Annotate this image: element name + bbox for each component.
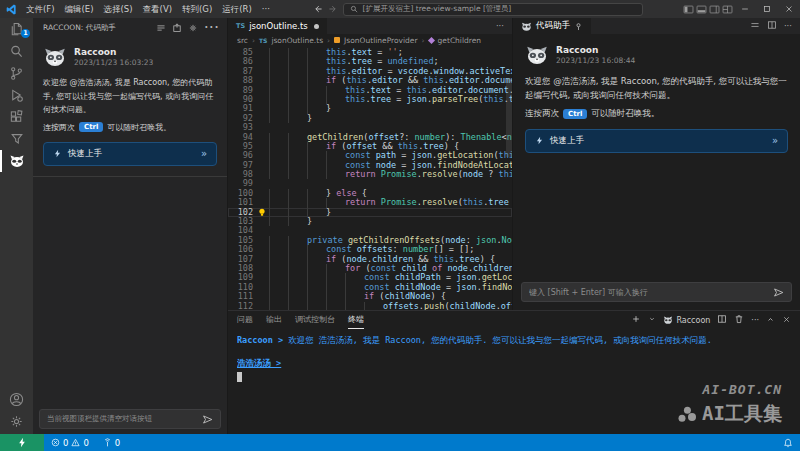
breadcrumb[interactable]: src›TSjsonOutline.ts›JsonOutlineProvider… [228,34,512,46]
activity-explorer[interactable]: 1 [0,18,33,40]
panel-tab-问题[interactable]: 问题 [237,311,253,329]
notifications-bell[interactable] [776,434,800,451]
activity-tree-view[interactable] [0,128,33,150]
kill-terminal-icon[interactable] [734,314,744,326]
new-terminal-icon[interactable] [631,314,641,326]
command-center-search[interactable]: [扩展开发宿主] tree-view-sample [管理员] [343,3,643,16]
code-line[interactable]: 106const offsets: number[] = []; [228,245,512,254]
code-line[interactable]: 97const node = json.findNodeAtLocation(t… [228,161,512,170]
terminal-instance-label[interactable]: Raccoon [663,315,710,325]
code-line[interactable]: 88if (this.editor && this.editor.documen… [228,76,512,85]
menu-item[interactable]: ··· [257,0,275,18]
lightbulb-icon[interactable] [258,208,266,217]
code-line[interactable]: 111if (childNode) { [228,292,512,301]
code-line[interactable]: 107if (node.children && this.tree) { [228,255,512,264]
close-button[interactable] [778,0,800,18]
activity-raccoon-assistant[interactable] [0,150,33,172]
code-line[interactable]: 92} [228,114,512,123]
activity-search[interactable] [0,40,33,62]
menu-item[interactable]: 查看(V) [138,0,177,18]
panel-tab-终端[interactable]: 终端 [348,311,364,329]
toggle-sidebar-icon[interactable] [682,0,695,18]
code-line[interactable]: 94getChildren(offset?: number): Thenable… [228,133,512,142]
editor-scrollbar[interactable] [506,46,512,310]
code-line[interactable]: 99 [228,179,512,188]
code-line[interactable]: 110const childNode = json.findNodeAtLoca… [228,283,512,292]
terminal-view[interactable]: Raccoon > 欢迎您 浩浩汤汤, 我是 Raccoon, 您的代码助手. … [228,329,800,434]
split-terminal-icon[interactable] [717,314,727,326]
settings-gear-icon[interactable] [188,18,198,37]
activity-run-debug[interactable] [0,84,33,106]
panel-tab-输出[interactable]: 输出 [266,311,282,329]
code-line[interactable]: 85this.text = ''; [228,48,512,57]
code-line[interactable]: 91} [228,104,512,113]
more-actions-icon[interactable]: ··· [204,18,219,37]
send-icon[interactable] [773,287,784,298]
problems-status[interactable]: 0 0 [44,434,96,451]
panel-tab-调试控制台[interactable]: 调试控制台 [295,311,335,329]
code-line[interactable]: 102} [228,208,512,217]
modified-dot-icon[interactable] [314,24,319,29]
code-line[interactable]: 86this.tree = undefined; [228,57,512,66]
minimize-button[interactable] [734,0,756,18]
tab-assistant[interactable]: 代码助手 [513,18,592,34]
ports-status[interactable]: 0 [96,434,127,451]
clear-chat-icon[interactable] [156,18,166,37]
assistant-chat-input[interactable]: 键入 [Shift + Enter] 可输入换行 [521,282,792,302]
terminal-dropdown-icon[interactable] [648,315,656,325]
customize-layout-icon[interactable] [721,0,734,18]
code-line[interactable]: 112offsets.push(childNode.offset); [228,302,512,310]
send-icon[interactable] [202,414,213,425]
activity-source-control[interactable] [0,62,33,84]
forward-icon[interactable] [328,4,338,14]
code-line[interactable]: 108for (const child of node.children) { [228,264,512,273]
more-actions-icon[interactable]: ··· [751,316,759,325]
remote-indicator[interactable] [0,434,44,451]
editor-more-actions-icon[interactable]: ··· [496,21,504,31]
breadcrumb-item[interactable]: JsonOutlineProvider [344,36,417,45]
close-panel-icon[interactable] [782,315,791,326]
code-line[interactable]: 105private getChildrenOffsets(node: json… [228,236,512,245]
menu-item[interactable]: 选择(S) [99,0,138,18]
toggle-panel-icon[interactable] [695,0,708,18]
breadcrumb-item[interactable]: jsonOutline.ts [271,36,323,45]
breadcrumb-item[interactable]: src [237,36,248,45]
code-line[interactable]: 101return Promise.resolve(this.tree ? th… [228,198,512,207]
new-chat-icon[interactable] [172,18,182,37]
code-line[interactable]: 104 [228,226,512,235]
code-line[interactable]: 98return Promise.resolve(node ? this.get… [228,170,512,179]
maximize-panel-icon[interactable] [766,315,775,326]
code-token: json [412,161,432,170]
breadcrumb-item[interactable]: getChildren [438,36,482,45]
settings-button[interactable] [0,410,33,432]
activity-extensions[interactable] [0,106,33,128]
code-line[interactable]: 100} else { [228,189,512,198]
code-line[interactable]: 93 [228,123,512,132]
code-line[interactable]: 87this.editor = vscode.window.activeText… [228,67,512,76]
more-actions-icon[interactable]: ··· [784,21,792,31]
breadcrumb-separator: › [327,36,330,45]
menu-item[interactable]: 转到(G) [177,0,217,18]
code-line[interactable]: 96const path = json.getLocation(this.tex… [228,151,512,160]
code-editor[interactable]: 85this.text = '';86this.tree = undefined… [228,46,512,310]
menu-item[interactable]: 编辑(E) [60,0,99,18]
tab-jsonoutline[interactable]: TS jsonOutline.ts [228,18,328,34]
pin-icon[interactable] [574,22,583,31]
code-line[interactable]: 90this.tree = json.parseTree(this.text); [228,95,512,104]
account-button[interactable] [0,388,33,410]
indent-guide [345,283,364,292]
back-icon[interactable] [313,4,323,14]
quickstart-button[interactable]: 快速上手 » [525,129,788,153]
toolbar-list-icon[interactable] [750,20,760,32]
maximize-button[interactable] [756,0,778,18]
sidebar-chat-input[interactable]: 当前视图顶栏提供清空对话按钮 [39,409,221,429]
toggle-secondary-sidebar-icon[interactable] [708,0,721,18]
code-line[interactable]: 109const childPath = json.getLocation(th… [228,273,512,282]
menu-item[interactable]: 运行(R) [217,0,257,18]
code-line[interactable]: 89this.text = this.editor.document.getTe… [228,86,512,95]
code-line[interactable]: 103} [228,217,512,226]
menu-item[interactable]: 文件(F) [21,0,60,18]
quickstart-button[interactable]: 快速上手 » [43,142,217,166]
code-line[interactable]: 95if (offset && this.tree) { [228,142,512,151]
split-editor-icon[interactable] [767,20,777,32]
